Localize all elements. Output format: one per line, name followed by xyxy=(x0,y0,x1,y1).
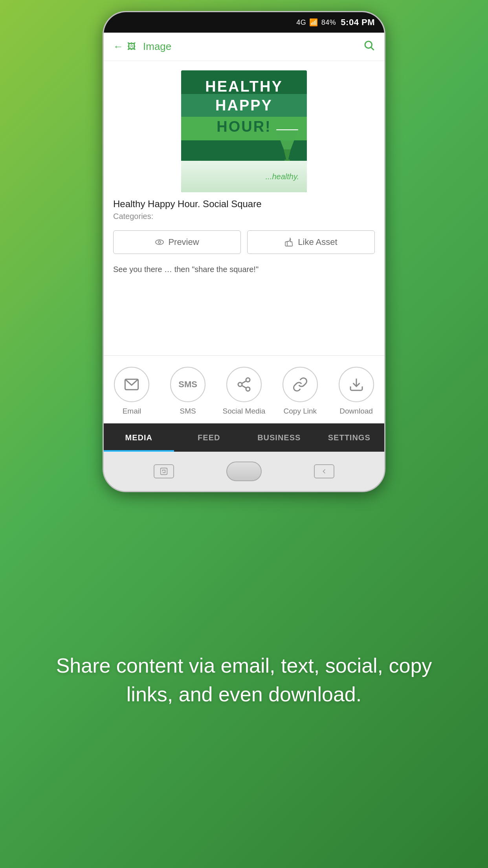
page-title: Image xyxy=(143,40,171,53)
nav-business[interactable]: BUSINESS xyxy=(244,423,314,452)
thumbsup-icon xyxy=(284,237,294,247)
nav-media[interactable]: MEDIA xyxy=(104,423,174,452)
svg-point-9 xyxy=(246,378,250,382)
back-soft-key[interactable] xyxy=(154,464,174,478)
email-icon xyxy=(124,377,139,392)
home-soft-key[interactable] xyxy=(226,462,262,481)
svg-line-12 xyxy=(242,386,246,388)
promo-text-happy: HAPPY xyxy=(181,97,307,114)
svg-point-6 xyxy=(156,240,163,245)
battery-icon: 84% xyxy=(321,18,336,27)
nav-settings[interactable]: SETTINGS xyxy=(314,423,385,452)
caption-area: Share content via email, text, social, c… xyxy=(0,492,488,868)
search-icon xyxy=(363,39,375,51)
svg-marker-2 xyxy=(276,130,298,149)
bottom-nav: MEDIA FEED BUSINESS SETTINGS xyxy=(104,423,384,452)
share-sms[interactable]: SMS SMS xyxy=(166,367,209,416)
search-button[interactable] xyxy=(363,39,375,54)
promo-text-healthy: HEALTHY xyxy=(181,78,307,95)
caption-text: Share content via email, text, social, c… xyxy=(31,651,457,709)
signal-icon: 📶 xyxy=(309,18,318,27)
svg-line-1 xyxy=(371,48,374,50)
svg-line-13 xyxy=(242,381,246,384)
share-copy-link-label: Copy Link xyxy=(284,407,317,416)
svg-marker-3 xyxy=(284,149,291,160)
image-container: HEALTHY HAPPY HOUR! ...healthy. xyxy=(104,61,384,192)
share-social-label: Social Media xyxy=(223,407,266,416)
like-asset-button[interactable]: Like Asset xyxy=(247,230,375,254)
action-buttons-row: Preview Like Asset xyxy=(104,224,384,260)
svg-point-7 xyxy=(158,241,161,243)
share-download[interactable]: Download xyxy=(335,367,378,416)
link-icon xyxy=(292,377,308,392)
share-copy-link[interactable]: Copy Link xyxy=(279,367,322,416)
share-social-media[interactable]: Social Media xyxy=(222,367,266,416)
asset-info: Healthy Happy Hour. Social Square Catego… xyxy=(104,192,384,224)
network-icon: 4G xyxy=(296,18,306,27)
description-text: See you there … then "share the square!" xyxy=(104,260,384,285)
time-display: 5:04 PM xyxy=(341,17,375,28)
preview-icon xyxy=(155,237,164,247)
promo-bottom: ...healthy. xyxy=(181,161,307,192)
download-icon xyxy=(349,377,364,392)
svg-point-10 xyxy=(238,383,242,386)
svg-point-0 xyxy=(365,41,372,48)
asset-categories: Categories: xyxy=(113,212,375,221)
share-area: Email SMS SMS xyxy=(104,355,384,423)
phone-shell: 4G 📶 84% 5:04 PM ← 🖼 Image HEALTHY xyxy=(103,11,385,492)
preview-button[interactable]: Preview xyxy=(113,230,241,254)
share-icon xyxy=(236,377,252,392)
asset-title: Healthy Happy Hour. Social Square xyxy=(113,199,375,210)
svg-point-11 xyxy=(246,387,250,391)
share-email-label: Email xyxy=(123,407,141,416)
cocktail-icon xyxy=(272,125,303,165)
share-sms-label: SMS xyxy=(180,407,196,416)
image-icon: 🖼 xyxy=(127,42,136,52)
share-download-label: Download xyxy=(339,407,373,416)
nav-feed[interactable]: FEED xyxy=(174,423,244,452)
back-arrow-icon: ← xyxy=(113,40,123,53)
recent-soft-key[interactable] xyxy=(314,464,334,478)
svg-rect-15 xyxy=(160,468,167,475)
back-button[interactable]: ← 🖼 Image xyxy=(113,40,171,53)
app-bar: ← 🖼 Image xyxy=(104,33,384,61)
promo-image: HEALTHY HAPPY HOUR! ...healthy. xyxy=(181,70,307,192)
content-area: HEALTHY HAPPY HOUR! ...healthy. Healthy … xyxy=(104,61,384,452)
phone-hardware-bottom xyxy=(104,452,384,491)
status-bar: 4G 📶 84% 5:04 PM xyxy=(104,12,384,33)
share-email[interactable]: Email xyxy=(110,367,153,416)
sms-icon: SMS xyxy=(178,379,197,390)
